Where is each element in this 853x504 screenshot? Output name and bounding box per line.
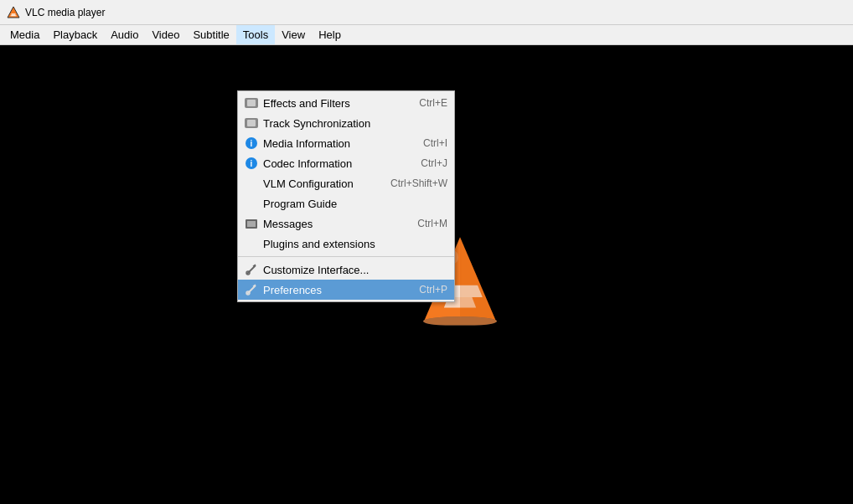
menu-item-codec-info[interactable]: i Codec Information Ctrl+J xyxy=(238,153,454,173)
plugins-ext-icon xyxy=(245,237,258,250)
window-title: VLC media player xyxy=(25,7,105,18)
title-bar: VLC media player xyxy=(0,0,853,25)
plugins-ext-label: Plugins and extensions xyxy=(263,238,442,250)
menu-item-plugins-ext[interactable]: Plugins and extensions xyxy=(238,234,454,254)
menu-audio[interactable]: Audio xyxy=(104,25,145,44)
customize-ui-icon xyxy=(245,263,258,276)
effects-filters-label: Effects and Filters xyxy=(263,97,414,110)
menu-item-track-sync[interactable]: Track Synchronization xyxy=(238,113,454,133)
messages-icon xyxy=(245,217,258,230)
customize-ui-label: Customize Interface... xyxy=(263,264,442,276)
menu-item-effects-filters[interactable]: Effects and Filters Ctrl+E xyxy=(238,93,454,113)
menu-item-preferences[interactable]: Preferences Ctrl+P xyxy=(238,280,454,300)
effects-filters-icon xyxy=(245,96,258,110)
messages-shortcut: Ctrl+M xyxy=(417,218,447,229)
menu-item-customize-ui[interactable]: Customize Interface... xyxy=(238,260,454,280)
messages-label: Messages xyxy=(263,218,412,230)
svg-line-10 xyxy=(247,265,256,274)
track-sync-label: Track Synchronization xyxy=(263,117,442,130)
effects-filters-shortcut: Ctrl+E xyxy=(419,97,447,109)
track-sync-icon xyxy=(245,116,258,130)
menu-separator xyxy=(238,256,454,257)
menu-video[interactable]: Video xyxy=(145,25,186,44)
program-guide-icon xyxy=(245,197,258,210)
svg-marker-6 xyxy=(460,237,496,321)
menu-item-program-guide[interactable]: Program Guide xyxy=(238,193,454,213)
vlc-logo-icon xyxy=(7,6,20,19)
vlm-config-icon xyxy=(245,177,258,190)
menu-subtitle[interactable]: Subtitle xyxy=(186,25,235,44)
menu-item-media-info[interactable]: i Media Information Ctrl+I xyxy=(238,133,454,153)
media-info-shortcut: Ctrl+I xyxy=(423,137,447,149)
codec-info-shortcut: Ctrl+J xyxy=(421,157,447,169)
program-guide-label: Program Guide xyxy=(263,198,442,210)
main-content: Effects and Filters Ctrl+E Track Synchro… xyxy=(0,45,853,504)
codec-info-icon: i xyxy=(245,157,258,170)
tools-dropdown-menu: Effects and Filters Ctrl+E Track Synchro… xyxy=(237,90,455,302)
menu-item-vlm-config[interactable]: VLM Configuration Ctrl+Shift+W xyxy=(238,173,454,193)
svg-rect-2 xyxy=(11,15,17,17)
codec-info-label: Codec Information xyxy=(263,157,416,170)
menu-tools[interactable]: Tools xyxy=(236,25,275,44)
svg-line-13 xyxy=(247,285,256,294)
menu-view[interactable]: View xyxy=(275,25,312,44)
preferences-shortcut: Ctrl+P xyxy=(419,284,447,296)
media-info-label: Media Information xyxy=(263,137,418,150)
vlm-config-label: VLM Configuration xyxy=(263,177,385,190)
menu-item-messages[interactable]: Messages Ctrl+M xyxy=(238,213,454,234)
vlm-config-shortcut: Ctrl+Shift+W xyxy=(390,177,447,189)
menu-bar: Media Playback Audio Video Subtitle Tool… xyxy=(0,25,853,45)
menu-media[interactable]: Media xyxy=(3,25,46,44)
preferences-label: Preferences xyxy=(263,284,414,296)
menu-help[interactable]: Help xyxy=(312,25,348,44)
media-info-icon: i xyxy=(245,136,258,150)
menu-playback[interactable]: Playback xyxy=(46,25,104,44)
preferences-icon xyxy=(245,283,258,296)
